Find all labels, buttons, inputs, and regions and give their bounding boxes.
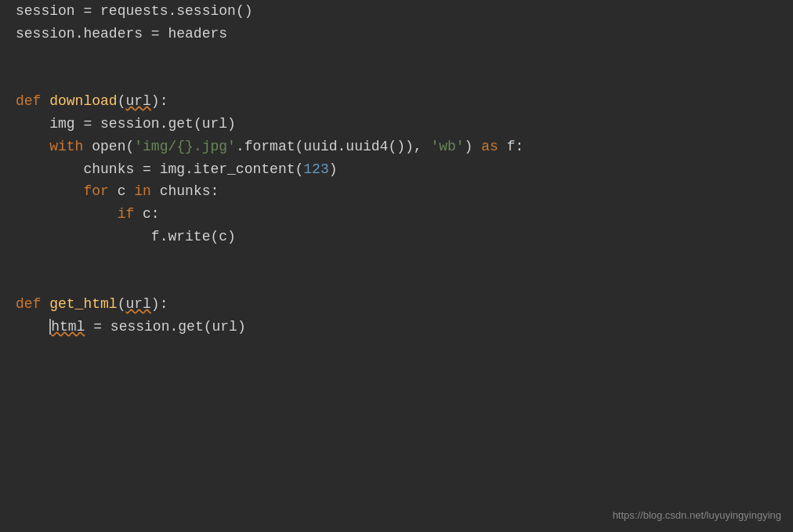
watermark-text: https://blog.csdn.net/luyuyingyingying — [613, 509, 781, 521]
code-line — [16, 248, 777, 271]
code-line: def get_html(url): — [16, 293, 777, 316]
code-line: session = requests.session() — [16, 0, 777, 23]
code-line — [16, 271, 777, 294]
code-line: img = session.get(url) — [16, 113, 777, 136]
code-line — [16, 67, 777, 90]
code-line: with open('img/{}.jpg'.format(uuid.uuid4… — [16, 136, 777, 158]
code-line — [16, 45, 777, 68]
code-line: def download(url): — [16, 90, 777, 113]
code-line: session.headers = headers — [16, 23, 777, 45]
code-editor: session = requests.session() session.hea… — [0, 0, 793, 346]
watermark: https://blog.csdn.net/luyuyingyingying — [613, 508, 781, 524]
code-line: for c in chunks: — [16, 180, 777, 203]
code-line: f.write(c) — [16, 226, 777, 248]
code-line: if c: — [16, 203, 777, 226]
code-line: html = session.get(url) — [16, 316, 777, 338]
code-line: chunks = img.iter_content(123) — [16, 158, 777, 181]
